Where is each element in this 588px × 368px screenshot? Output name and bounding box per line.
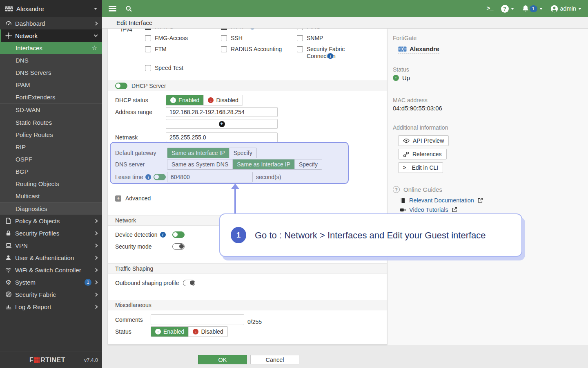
sidebar-subitem-dns-servers[interactable]: DNS Servers	[0, 66, 102, 79]
sidebar-subitem-ipam[interactable]: IPAM	[0, 79, 102, 91]
checkbox-label: SSH	[231, 35, 243, 42]
sidebar-subitem-label: RIP	[16, 144, 26, 150]
dhcp-server-toggle[interactable]	[115, 83, 127, 89]
sidebar-subitem-routing-objects[interactable]: Routing Objects	[0, 177, 102, 190]
sidebar-item-label: User & Authentication	[15, 254, 94, 261]
address-range-input[interactable]	[166, 107, 278, 117]
segment-specify[interactable]: Specify	[229, 148, 256, 158]
dhcp-server-section-header: DHCP Server	[108, 81, 387, 91]
sidebar-subitem-label: DNS Servers	[16, 69, 51, 76]
advanced-expander[interactable]: + Advanced	[115, 193, 387, 203]
tutorial-callout: 1 Go to : Network > Interfaces and Edit …	[219, 213, 522, 257]
sidebar-subitem-sd-wan[interactable]: SD-WAN	[0, 103, 102, 116]
sidebar-item-network[interactable]: Network	[0, 29, 102, 42]
sidebar-subitem-fortiextenders[interactable]: FortiExtenders	[0, 91, 102, 103]
checkbox-snmp[interactable]: SNMP	[297, 35, 362, 42]
sidebar-item-user-authentication[interactable]: User & Authentication	[0, 251, 102, 264]
sidebar-subitem-ospf[interactable]: OSPF	[0, 153, 102, 165]
sidebar-subitem-bgp[interactable]: BGP	[0, 165, 102, 177]
checkbox-box[interactable]	[297, 29, 303, 30]
checkbox-http[interactable]: HTTPi	[221, 29, 297, 31]
sidebar-item-vpn[interactable]: VPN	[0, 239, 102, 251]
device-detection-toggle[interactable]	[172, 231, 185, 238]
hamburger-icon[interactable]	[109, 4, 116, 13]
sidebar-item-label: Network	[15, 32, 94, 39]
dns-server-control: Same as System DNS Same as Interface IP …	[167, 159, 322, 170]
eye-icon	[403, 137, 410, 144]
sidebar-item-system[interactable]: ⚙ System 1	[0, 276, 102, 288]
dhcp-status-row: DHCP status ↑Enabled ↓Disabled	[115, 95, 387, 105]
ok-button[interactable]: OK	[198, 355, 247, 364]
checkbox-label: HTTP	[231, 29, 246, 31]
checkbox-box[interactable]	[145, 29, 151, 30]
outbound-shaping-toggle[interactable]	[183, 280, 195, 286]
star-icon[interactable]: ☆	[92, 44, 97, 52]
add-address-range-button[interactable]: +	[166, 119, 278, 129]
checkbox-ping[interactable]: PING	[297, 29, 362, 31]
sidebar-item-dashboard[interactable]: Dashboard	[0, 17, 102, 29]
sidebar-subitem-static-routes[interactable]: Static Routes	[0, 116, 102, 128]
help-menu[interactable]: ?	[501, 5, 514, 13]
comments-input[interactable]	[151, 314, 244, 325]
logo-text: F	[29, 357, 33, 364]
segment-enabled[interactable]: ↑Enabled	[166, 95, 204, 105]
checkbox-box[interactable]	[221, 46, 227, 52]
segment-enabled[interactable]: ↑Enabled	[151, 327, 189, 337]
sidebar-item-log-report[interactable]: Log & Report	[0, 301, 102, 313]
segment-same-as-interface-ip[interactable]: Same as Interface IP	[167, 148, 229, 158]
edit-in-cli-button[interactable]: >_ Edit in CLI	[398, 162, 443, 173]
comments-counter: 0/255	[247, 319, 262, 325]
plus-square-icon: +	[115, 195, 121, 202]
checkbox-ftm[interactable]: FTM	[145, 46, 221, 61]
relevant-documentation-link[interactable]: Relevant Documentation	[400, 197, 588, 204]
video-tutorials-link[interactable]: Video Tutorials	[400, 206, 588, 213]
segment-same-as-interface-ip[interactable]: Same as Interface IP	[233, 159, 295, 169]
sidebar-item-security-profiles[interactable]: Security Profiles	[0, 227, 102, 239]
checkbox-box[interactable]	[297, 35, 303, 41]
device-selector[interactable]: Alexandre	[0, 0, 102, 17]
checkbox-ssh[interactable]: SSH	[221, 35, 297, 42]
checkbox-box[interactable]	[221, 35, 227, 41]
search-icon[interactable]	[125, 5, 132, 12]
references-button[interactable]: References	[398, 149, 447, 159]
segment-disabled[interactable]: ↓Disabled	[189, 327, 227, 337]
admin-menu[interactable]: admin	[550, 5, 582, 13]
checkbox-security-fabric-connection[interactable]: Security Fabric Connectioni	[297, 46, 362, 61]
checkbox-box[interactable]	[145, 65, 151, 71]
notifications-menu[interactable]: 1	[522, 5, 543, 12]
sidebar-subitem-dns[interactable]: DNS	[0, 54, 102, 66]
sidebar-subitem-rip[interactable]: RIP	[0, 141, 102, 153]
checkbox-https[interactable]: HTTPS	[145, 29, 221, 31]
checkbox-label: PING	[307, 29, 321, 31]
fortigate-device-link[interactable]: Alexandre	[398, 45, 439, 54]
checkbox-box[interactable]	[145, 35, 151, 41]
checkbox-box[interactable]	[145, 46, 151, 52]
mac-address-label: MAC address	[393, 97, 588, 103]
sidebar-subitem-multicast[interactable]: Multicast	[0, 190, 102, 202]
netmask-input[interactable]	[166, 132, 278, 142]
sidebar-item-security-fabric[interactable]: Security Fabric	[0, 288, 102, 301]
segment-disabled[interactable]: ↓Disabled	[204, 95, 242, 105]
sidebar-subitem-label: DNS	[16, 57, 29, 64]
ipv4-label: IPv4	[121, 29, 132, 33]
checkbox-box[interactable]	[297, 46, 303, 52]
sidebar-subitem-diagnostics[interactable]: Diagnostics	[0, 202, 102, 215]
segment-same-as-system-dns[interactable]: Same as System DNS	[167, 159, 233, 169]
api-preview-button[interactable]: API Preview	[398, 135, 449, 146]
sidebar-item-wifi-switch[interactable]: WiFi & Switch Controller	[0, 264, 102, 276]
segment-specify[interactable]: Specify	[295, 159, 322, 169]
external-link-icon	[452, 207, 457, 213]
checkbox-radius-accounting[interactable]: RADIUS Accounting	[221, 46, 297, 61]
sidebar-subitem-policy-routes[interactable]: Policy Routes	[0, 128, 102, 141]
checkbox-speed-test[interactable]: Speed Test	[145, 65, 221, 72]
sidebar-subitem-label: Multicast	[16, 193, 40, 200]
sidebar-item-policy-objects[interactable]: Policy & Objects	[0, 215, 102, 227]
lease-time-toggle[interactable]	[154, 174, 166, 180]
sidebar-subitem-interfaces[interactable]: Interfaces ☆	[0, 42, 102, 54]
cli-console-icon[interactable]: >_	[486, 5, 493, 12]
security-mode-toggle[interactable]	[172, 243, 185, 250]
lease-time-input[interactable]	[167, 172, 253, 182]
checkbox-box[interactable]	[221, 29, 227, 30]
cancel-button[interactable]: Cancel	[250, 355, 299, 364]
checkbox-fmg-access[interactable]: FMG-Access	[145, 35, 221, 42]
